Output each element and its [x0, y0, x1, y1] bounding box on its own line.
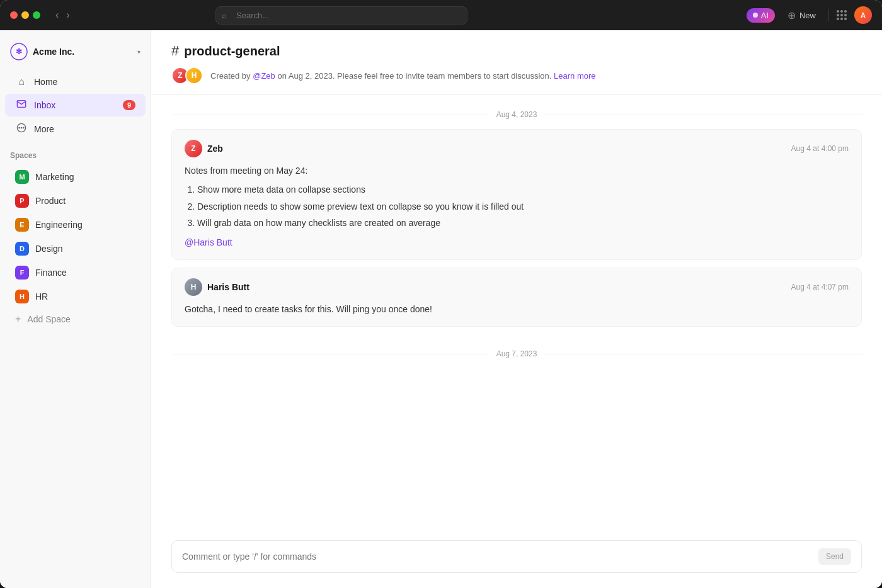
grid-icon[interactable] — [837, 10, 847, 20]
new-button[interactable]: ⊕ New — [782, 7, 821, 24]
titlebar-right: AI ⊕ New A — [747, 6, 872, 24]
user-avatar[interactable]: A — [854, 6, 872, 24]
forward-button[interactable]: › — [64, 8, 72, 22]
message-list: Show more meta data on collapse sections… — [185, 183, 849, 230]
message-time: Aug 4 at 4:00 pm — [791, 144, 849, 153]
message-body-text: Gotcha, I need to create tasks for this.… — [185, 302, 849, 316]
message-header: H Haris Butt Aug 4 at 4:07 pm — [185, 278, 849, 296]
add-space-button[interactable]: + Add Space — [5, 309, 146, 329]
engineering-icon: E — [15, 218, 29, 232]
sidebar-item-more[interactable]: More — [5, 118, 146, 140]
message-body: Notes from meeting on May 24: Show more … — [185, 164, 849, 249]
home-icon: ⌂ — [15, 76, 28, 88]
message-mention[interactable]: @Haris Butt — [185, 237, 232, 247]
grid-dot — [840, 14, 843, 16]
back-button[interactable]: ‹ — [53, 8, 61, 22]
channel-meta-suffix: on Aug 2, 2023. Please feel free to invi… — [275, 71, 554, 81]
ai-button[interactable]: AI — [747, 8, 775, 23]
workspace-name: Acme Inc. — [33, 47, 132, 57]
main-layout: ✻ Acme Inc. ▾ ⌂ Home Inbox 9 — [0, 30, 882, 588]
sidebar-item-product-label: Product — [35, 196, 66, 206]
messages-area: Aug 4, 2023 Z Zeb Aug 4 at 4:00 pm — [151, 95, 882, 530]
hash-icon: # — [171, 43, 179, 59]
avatar: H — [185, 67, 203, 84]
plus-icon: + — [15, 314, 21, 325]
svg-point-4 — [19, 127, 20, 128]
grid-dot — [844, 18, 847, 20]
grid-dot — [837, 14, 839, 16]
message-body-text: Notes from meeting on May 24: — [185, 164, 849, 178]
product-icon: P — [15, 194, 29, 208]
sidebar-item-inbox-label: Inbox — [34, 100, 55, 110]
message-time: Aug 4 at 4:07 pm — [791, 283, 849, 291]
sidebar: ✻ Acme Inc. ▾ ⌂ Home Inbox 9 — [0, 30, 151, 588]
sidebar-item-inbox[interactable]: Inbox 9 — [5, 94, 146, 116]
hr-icon: H — [15, 290, 29, 303]
sidebar-item-finance-label: Finance — [35, 268, 67, 278]
author-name: Haris Butt — [207, 282, 249, 292]
sidebar-item-design[interactable]: D Design — [5, 237, 146, 260]
grid-dot — [844, 10, 847, 13]
grid-dot — [840, 18, 843, 20]
member-avatars[interactable]: Z H — [171, 67, 203, 84]
more-icon — [15, 123, 28, 135]
date-divider-aug4: Aug 4, 2023 — [171, 95, 862, 129]
sidebar-item-engineering-label: Engineering — [35, 220, 83, 230]
sidebar-item-finance[interactable]: F Finance — [5, 261, 146, 284]
message-body: Gotcha, I need to create tasks for this.… — [185, 302, 849, 316]
date-divider-aug7: Aug 7, 2023 — [171, 334, 862, 368]
divider — [828, 9, 829, 21]
search-input[interactable] — [215, 6, 467, 25]
maximize-button[interactable] — [33, 11, 40, 19]
sidebar-item-hr[interactable]: H HR — [5, 285, 146, 308]
comment-box: Send — [171, 540, 862, 573]
workspace-header[interactable]: ✻ Acme Inc. ▾ — [0, 38, 151, 71]
divider-line — [544, 354, 862, 354]
date-divider-label: Aug 4, 2023 — [496, 110, 537, 119]
send-button[interactable]: Send — [818, 548, 851, 565]
author-name: Zeb — [207, 144, 223, 154]
list-item: Description needs to show some preview t… — [197, 200, 849, 213]
list-item: Will grab data on how many checklists ar… — [197, 216, 849, 230]
comment-box-area: Send — [151, 530, 882, 588]
search-bar: ⌕ — [215, 6, 467, 25]
marketing-icon: M — [15, 170, 29, 184]
new-label: New — [799, 11, 816, 20]
channel-meta-author[interactable]: @Zeb — [253, 71, 275, 81]
message-card: H Haris Butt Aug 4 at 4:07 pm Gotcha, I … — [171, 268, 862, 327]
sidebar-item-more-label: More — [34, 124, 54, 134]
ai-label: AI — [761, 11, 769, 20]
sidebar-item-hr-label: HR — [35, 291, 48, 302]
message-author: H Haris Butt — [185, 278, 249, 296]
learn-more-link[interactable]: Learn more — [554, 71, 595, 81]
content-area: # product-general Z H Created by @Zeb on… — [151, 30, 882, 588]
grid-dot — [837, 10, 839, 13]
channel-meta: Created by @Zeb on Aug 2, 2023. Please f… — [210, 71, 596, 81]
message-header: Z Zeb Aug 4 at 4:00 pm — [185, 140, 849, 157]
grid-dot — [844, 14, 847, 16]
sidebar-item-home[interactable]: ⌂ Home — [5, 71, 146, 93]
channel-name: product-general — [184, 44, 280, 59]
comment-input[interactable] — [182, 551, 818, 562]
channel-header: # product-general Z H Created by @Zeb on… — [151, 30, 882, 95]
add-space-label: Add Space — [27, 314, 71, 324]
chevron-down-icon: ▾ — [137, 48, 140, 55]
grid-dot — [837, 18, 839, 20]
divider-line — [171, 354, 489, 354]
minimize-button[interactable] — [21, 11, 29, 19]
workspace-logo: ✻ — [10, 43, 28, 60]
spaces-header: Spaces — [0, 141, 151, 165]
sidebar-item-marketing[interactable]: M Marketing — [5, 166, 146, 188]
list-item: Show more meta data on collapse sections — [197, 183, 849, 196]
author-avatar: H — [185, 278, 202, 296]
close-button[interactable] — [10, 11, 18, 19]
sidebar-item-product[interactable]: P Product — [5, 189, 146, 212]
svg-text:✻: ✻ — [16, 47, 22, 56]
sidebar-item-marketing-label: Marketing — [35, 172, 74, 182]
grid-dot — [840, 10, 843, 13]
plus-circle-icon: ⊕ — [788, 9, 796, 21]
sidebar-item-design-label: Design — [35, 244, 63, 254]
sidebar-item-engineering[interactable]: E Engineering — [5, 213, 146, 236]
svg-point-5 — [23, 127, 24, 128]
author-avatar: Z — [185, 140, 202, 157]
